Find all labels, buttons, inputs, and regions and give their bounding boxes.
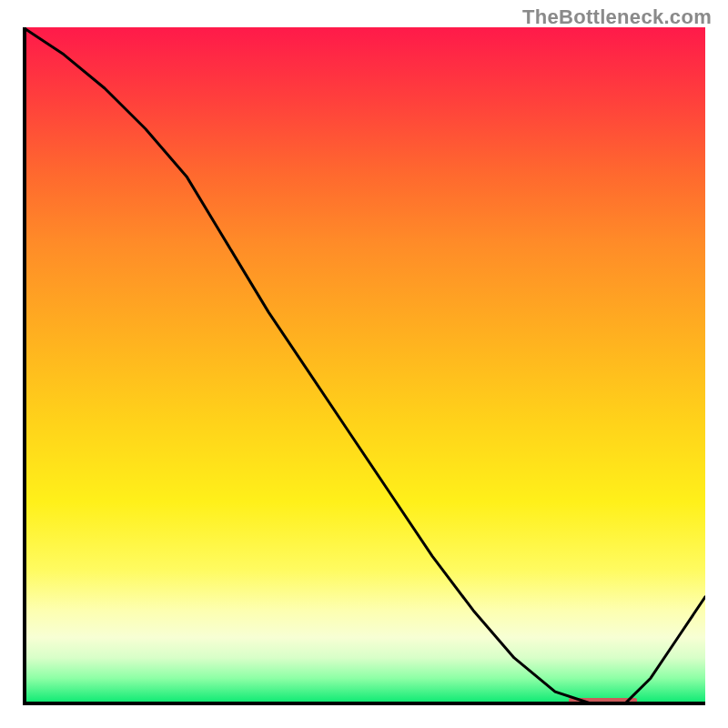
gradient-background xyxy=(23,27,705,705)
watermark-text: TheBottleneck.com xyxy=(522,5,712,29)
chart-plot-area xyxy=(23,27,705,705)
optimal-range-marker xyxy=(569,698,637,705)
